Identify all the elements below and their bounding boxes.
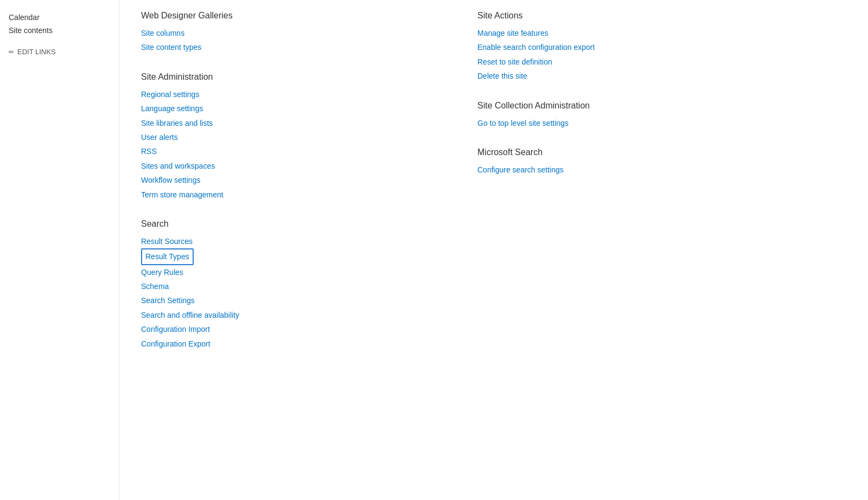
link-site-columns[interactable]: Site columns: [141, 26, 445, 40]
link-reset-site-definition[interactable]: Reset to site definition: [477, 55, 781, 69]
right-column: Site Actions Manage site features Enable…: [477, 11, 781, 489]
link-manage-site-features[interactable]: Manage site features: [477, 26, 781, 40]
link-rss[interactable]: RSS: [141, 144, 445, 158]
link-result-types[interactable]: Result Types: [141, 248, 194, 265]
link-result-sources[interactable]: Result Sources: [141, 234, 445, 248]
section-title-site-collection-admin: Site Collection Administration: [477, 101, 781, 111]
edit-links-button[interactable]: ✏ EDIT LINKS: [9, 48, 110, 56]
link-configure-search-settings[interactable]: Configure search settings: [477, 163, 781, 177]
link-sites-workspaces[interactable]: Sites and workspaces: [141, 159, 445, 173]
link-config-import[interactable]: Configuration Import: [141, 322, 445, 336]
main-content: Web Designer Galleries Site columns Site…: [119, 0, 868, 500]
link-schema[interactable]: Schema: [141, 279, 445, 293]
section-title-site-admin: Site Administration: [141, 72, 445, 82]
section-web-designer-galleries: Web Designer Galleries Site columns Site…: [141, 11, 445, 55]
edit-links-label: EDIT LINKS: [17, 48, 56, 56]
sidebar-item-calendar[interactable]: Calendar: [9, 11, 110, 24]
pencil-icon: ✏: [9, 48, 14, 56]
sidebar-item-site-contents[interactable]: Site contents: [9, 24, 110, 37]
link-workflow-settings[interactable]: Workflow settings: [141, 173, 445, 187]
page-container: Calendar Site contents ✏ EDIT LINKS Web …: [0, 0, 868, 500]
section-microsoft-search: Microsoft Search Configure search settin…: [477, 148, 781, 177]
link-search-offline[interactable]: Search and offline availability: [141, 308, 445, 322]
link-language-settings[interactable]: Language settings: [141, 101, 445, 116]
link-search-settings[interactable]: Search Settings: [141, 293, 445, 307]
section-site-collection-admin: Site Collection Administration Go to top…: [477, 101, 781, 130]
section-title-site-actions: Site Actions: [477, 11, 781, 21]
link-go-top-level[interactable]: Go to top level site settings: [477, 116, 781, 130]
section-title-web-designer: Web Designer Galleries: [141, 11, 445, 21]
link-site-content-types[interactable]: Site content types: [141, 40, 445, 54]
link-user-alerts[interactable]: User alerts: [141, 130, 445, 144]
link-enable-search-config-export[interactable]: Enable search configuration export: [477, 40, 781, 54]
section-title-microsoft-search: Microsoft Search: [477, 148, 781, 157]
link-site-libraries-lists[interactable]: Site libraries and lists: [141, 116, 445, 130]
left-column: Web Designer Galleries Site columns Site…: [141, 11, 445, 489]
link-regional-settings[interactable]: Regional settings: [141, 87, 445, 101]
link-term-store-management[interactable]: Term store management: [141, 188, 445, 202]
link-query-rules[interactable]: Query Rules: [141, 265, 445, 279]
section-site-actions: Site Actions Manage site features Enable…: [477, 11, 781, 84]
link-config-export[interactable]: Configuration Export: [141, 337, 445, 351]
link-delete-site[interactable]: Delete this site: [477, 69, 781, 83]
section-title-search: Search: [141, 219, 445, 229]
section-site-administration: Site Administration Regional settings La…: [141, 72, 445, 202]
sidebar: Calendar Site contents ✏ EDIT LINKS: [0, 0, 119, 500]
section-search: Search Result Sources Result Types Query…: [141, 219, 445, 351]
